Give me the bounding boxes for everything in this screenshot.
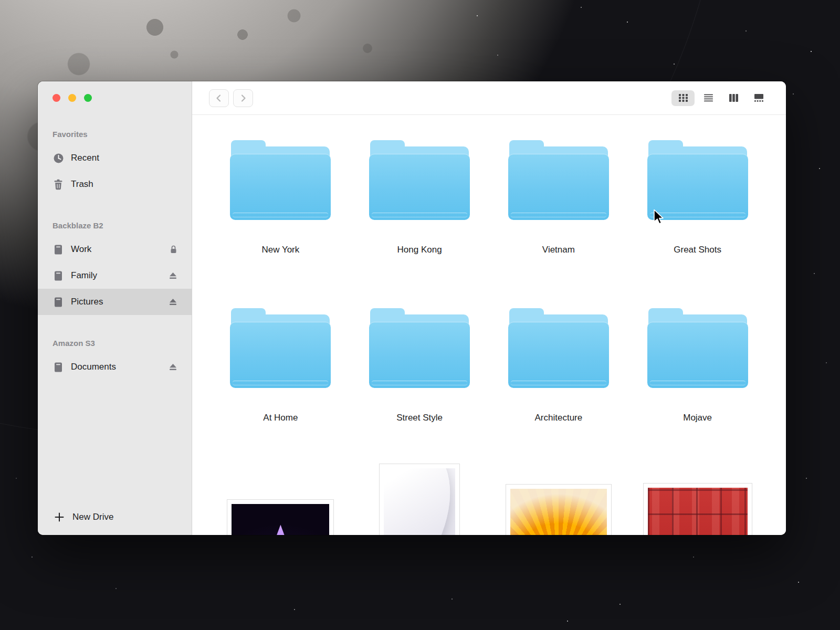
- folder-item[interactable]: Street Style: [350, 308, 489, 424]
- close-button[interactable]: [52, 94, 60, 102]
- clock-icon: [52, 152, 64, 164]
- eject-icon[interactable]: [169, 299, 177, 306]
- sidebar-item-label: Trash: [71, 179, 93, 190]
- list-view-icon: [704, 94, 713, 102]
- folder-item[interactable]: New York: [211, 140, 350, 256]
- neon-triangle-photo: [227, 499, 334, 535]
- view-grid-button[interactable]: [671, 90, 695, 106]
- folder-item[interactable]: Architecture: [489, 308, 628, 424]
- folder-label: Hong Kong: [397, 244, 442, 256]
- sidebar-item-label: Documents: [71, 362, 116, 372]
- chevron-right-icon: [238, 93, 248, 103]
- folder-label: Vietnam: [542, 244, 575, 256]
- new-drive-label: New Drive: [72, 512, 113, 522]
- grid-view-icon: [679, 94, 688, 102]
- sidebar-item-family[interactable]: Family: [38, 262, 192, 289]
- window-controls: [38, 81, 192, 102]
- plus-icon: [54, 511, 65, 523]
- sidebar-item-work[interactable]: Work: [38, 236, 192, 262]
- folder-label: New York: [261, 244, 299, 256]
- new-drive-button[interactable]: New Drive: [38, 502, 192, 535]
- file-item[interactable]: [350, 464, 489, 535]
- sidebar-item-label: Recent: [71, 153, 99, 163]
- folder-item[interactable]: Great Shots: [628, 140, 767, 256]
- back-button[interactable]: [209, 89, 229, 107]
- file-browser-window: Favorites Recent Trash Backblaze B2 Work: [38, 81, 786, 535]
- drive-icon: [52, 296, 64, 308]
- view-list-button[interactable]: [697, 90, 720, 106]
- folder-item[interactable]: At Home: [211, 308, 350, 424]
- folder-label: Mojave: [683, 412, 712, 424]
- drive-icon: [52, 244, 64, 255]
- sidebar-section-backblaze-b2: Backblaze B2: [38, 220, 192, 231]
- folder-label: At Home: [263, 412, 298, 424]
- file-item[interactable]: [211, 499, 350, 535]
- minimize-button[interactable]: [68, 94, 76, 102]
- red-cubes-photo: [643, 483, 752, 535]
- gallery-view-icon: [754, 94, 763, 102]
- view-gallery-button[interactable]: [747, 90, 770, 106]
- sidebar-item-label: Pictures: [71, 297, 103, 307]
- folder-item[interactable]: Hong Kong: [350, 140, 489, 256]
- drive-icon: [52, 270, 64, 281]
- architecture-photo: [379, 464, 460, 535]
- sidebar-item-pictures[interactable]: Pictures: [38, 289, 192, 315]
- folder-icon: [369, 308, 470, 388]
- view-mode-switcher: [671, 90, 770, 106]
- chevron-left-icon: [214, 93, 224, 103]
- view-columns-button[interactable]: [722, 90, 745, 106]
- orange-flower-photo: [506, 484, 612, 535]
- sidebar-item-documents[interactable]: Documents: [38, 354, 192, 380]
- folder-icon: [508, 308, 609, 388]
- folder-icon: [369, 140, 470, 220]
- folder-icon: [647, 140, 748, 220]
- folder-icon: [230, 140, 331, 220]
- toolbar: [192, 81, 786, 115]
- file-item[interactable]: [628, 483, 767, 535]
- main-panel: New York Hong Kong Vietnam Great Shots: [192, 81, 786, 535]
- eject-icon[interactable]: [169, 272, 177, 279]
- sidebar-item-label: Work: [71, 244, 91, 255]
- eject-icon[interactable]: [169, 364, 177, 371]
- folder-label: Architecture: [535, 412, 583, 424]
- folder-label: Street Style: [396, 412, 443, 424]
- file-grid: New York Hong Kong Vietnam Great Shots: [192, 115, 786, 535]
- sidebar-section-amazon-s3: Amazon S3: [38, 338, 192, 349]
- zoom-button[interactable]: [84, 94, 92, 102]
- columns-view-icon: [729, 94, 738, 102]
- mouse-cursor: [653, 209, 666, 227]
- sidebar-item-label: Family: [71, 270, 97, 281]
- navigation-buttons: [209, 89, 253, 107]
- folder-item[interactable]: Mojave: [628, 308, 767, 424]
- sidebar-item-trash[interactable]: Trash: [38, 171, 192, 197]
- sidebar-item-recent[interactable]: Recent: [38, 145, 192, 171]
- file-item[interactable]: [489, 484, 628, 535]
- folder-label: Great Shots: [674, 244, 721, 256]
- sidebar: Favorites Recent Trash Backblaze B2 Work: [38, 81, 192, 535]
- lock-icon: [170, 245, 177, 254]
- trash-icon: [52, 178, 64, 190]
- folder-icon: [508, 140, 609, 220]
- drive-icon: [52, 361, 64, 373]
- folder-icon: [647, 308, 748, 388]
- folder-icon: [230, 308, 331, 388]
- folder-item[interactable]: Vietnam: [489, 140, 628, 256]
- forward-button[interactable]: [233, 89, 253, 107]
- sidebar-section-favorites: Favorites: [38, 129, 192, 140]
